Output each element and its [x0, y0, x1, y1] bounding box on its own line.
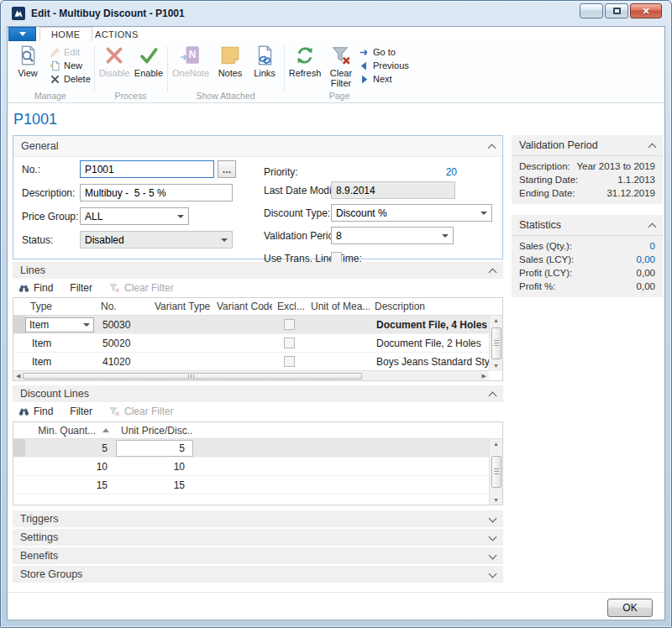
column-header-variant-code[interactable]: Variant Code: [212, 301, 272, 312]
no-cell[interactable]: 50020: [96, 338, 150, 349]
scroll-up-icon[interactable]: ▲: [493, 441, 499, 447]
no-field[interactable]: P1001: [80, 160, 214, 178]
table-row[interactable]: Item 41020 Boys Jeans Standard Style: [13, 353, 502, 371]
store-groups-section-header[interactable]: Store Groups: [13, 566, 503, 583]
close-button[interactable]: ✕: [630, 3, 662, 18]
view-button[interactable]: View: [11, 44, 45, 78]
validation-period-factbox-header[interactable]: Validation Period: [512, 135, 663, 156]
scroll-right-icon[interactable]: ▶: [482, 373, 486, 379]
goto-button[interactable]: Go to: [359, 46, 409, 58]
discount-type-select[interactable]: Discount %: [331, 204, 492, 222]
type-cell[interactable]: Item: [25, 356, 96, 368]
no-cell[interactable]: 50030: [96, 319, 150, 331]
min-quantity-cell[interactable]: 5: [25, 442, 116, 454]
scroll-up-icon[interactable]: ▲: [493, 317, 499, 323]
table-row[interactable]: Item 50030 Document File, 4 Holes: [13, 316, 502, 334]
table-row[interactable]: 15 15: [13, 476, 502, 495]
priority-value[interactable]: 20: [331, 166, 457, 178]
description-field[interactable]: Multibuy - 5 - 5 %: [80, 184, 233, 201]
row-selector[interactable]: [13, 316, 25, 333]
delete-button[interactable]: Delete: [50, 73, 91, 85]
type-cell[interactable]: Item: [25, 338, 96, 349]
row-selector[interactable]: [13, 353, 25, 370]
unit-price-discount-cell[interactable]: 5: [116, 440, 193, 457]
new-button[interactable]: New: [50, 60, 91, 71]
table-row[interactable]: 5 5: [13, 439, 502, 458]
expand-chevron-icon[interactable]: [489, 532, 497, 541]
scrollbar-thumb[interactable]: [23, 373, 361, 379]
benefits-section-header[interactable]: Benefits: [13, 547, 503, 564]
lines-section-header[interactable]: Lines: [13, 262, 503, 279]
settings-section-header[interactable]: Settings: [13, 529, 503, 546]
column-header-min-quantity[interactable]: Min. Quant...: [25, 425, 116, 437]
scroll-down-icon[interactable]: ▼: [493, 363, 499, 369]
general-section-header[interactable]: General: [13, 136, 502, 157]
min-quantity-cell[interactable]: 10: [25, 461, 116, 473]
fb-sales-qty-value[interactable]: 0: [650, 241, 655, 251]
table-row[interactable]: Item 50020 Document File, 2 Holes: [13, 334, 502, 353]
scrollbar-thumb[interactable]: [491, 456, 501, 488]
refresh-button[interactable]: Refresh: [286, 44, 323, 78]
column-header-excl[interactable]: Excl...: [272, 301, 306, 312]
expand-chevron-icon[interactable]: [489, 514, 497, 522]
horizontal-scrollbar[interactable]: ◀ ▶: [13, 370, 489, 380]
column-header-description[interactable]: Description: [370, 301, 502, 312]
last-date-modified-field[interactable]: 8.9.2014: [331, 181, 455, 199]
description-cell[interactable]: Boys Jeans Standard Style: [370, 356, 502, 368]
status-select[interactable]: Disabled: [80, 231, 233, 249]
collapse-chevron-icon[interactable]: [648, 222, 657, 231]
column-header-variant-type[interactable]: Variant Type: [150, 301, 212, 312]
collapse-chevron-icon[interactable]: [489, 268, 497, 276]
lines-find-button[interactable]: Find: [18, 282, 53, 294]
statistics-factbox-header[interactable]: Statistics: [512, 215, 663, 236]
discount-lines-section-header[interactable]: Discount Lines: [13, 385, 503, 402]
description-cell[interactable]: Document File, 2 Holes: [370, 338, 502, 349]
row-selector[interactable]: [13, 439, 25, 457]
no-cell[interactable]: 41020: [96, 356, 150, 368]
excl-checkbox[interactable]: [284, 319, 295, 330]
titlebar[interactable]: Edit - Multibuy Discount - P1001 ✕: [1, 1, 671, 26]
column-header-unit-price-discount[interactable]: Unit Price/Disc....: [116, 425, 193, 437]
fb-sales-lcy-value[interactable]: 0,00: [637, 254, 655, 264]
minimize-button[interactable]: [580, 3, 603, 18]
scroll-down-icon[interactable]: ▼: [493, 497, 499, 503]
column-header-type[interactable]: Type: [25, 301, 96, 312]
price-group-select[interactable]: ALL: [80, 207, 189, 225]
unit-price-discount-cell[interactable]: 10: [116, 461, 193, 473]
collapse-chevron-icon[interactable]: [648, 143, 657, 151]
row-selector[interactable]: [13, 476, 25, 494]
table-row[interactable]: 10 10: [13, 458, 502, 476]
description-cell[interactable]: Document File, 4 Holes: [370, 319, 502, 331]
lines-filter-button[interactable]: Filter: [70, 282, 92, 294]
triggers-section-header[interactable]: Triggers: [13, 510, 503, 527]
scrollbar-thumb[interactable]: [491, 327, 501, 359]
enable-button[interactable]: Enable: [132, 44, 165, 78]
collapse-chevron-icon[interactable]: [488, 144, 496, 152]
clear-filter-button[interactable]: Clear Filter: [325, 44, 357, 88]
app-menu-button[interactable]: [8, 27, 36, 41]
column-header-no[interactable]: No.: [96, 301, 150, 312]
links-button[interactable]: Links: [249, 44, 281, 78]
collapse-chevron-icon[interactable]: [489, 391, 497, 400]
row-selector[interactable]: [13, 334, 25, 352]
excl-checkbox[interactable]: [284, 338, 295, 348]
discount-filter-button[interactable]: Filter: [70, 406, 92, 417]
vertical-scrollbar[interactable]: ▲ ▼: [489, 316, 502, 370]
assist-edit-button[interactable]: …: [218, 160, 236, 178]
next-button[interactable]: Next: [359, 73, 409, 85]
excl-checkbox[interactable]: [284, 356, 295, 367]
previous-button[interactable]: Previous: [359, 60, 409, 71]
unit-price-discount-cell[interactable]: 15: [116, 479, 193, 491]
type-dropdown-cell[interactable]: Item: [25, 317, 94, 332]
column-header-unit-of-measure[interactable]: Unit of Mea...: [306, 301, 370, 312]
min-quantity-cell[interactable]: 15: [25, 479, 116, 491]
vertical-scrollbar[interactable]: ▲ ▼: [489, 439, 502, 505]
validation-period-id-select[interactable]: 8: [331, 227, 454, 244]
row-selector[interactable]: [13, 458, 25, 475]
expand-chevron-icon[interactable]: [489, 551, 497, 559]
discount-find-button[interactable]: Find: [18, 406, 53, 417]
notes-button[interactable]: Notes: [213, 44, 247, 78]
maximize-button[interactable]: [605, 3, 628, 18]
ok-button[interactable]: OK: [607, 599, 653, 617]
tab-actions[interactable]: ACTIONS: [84, 27, 150, 41]
